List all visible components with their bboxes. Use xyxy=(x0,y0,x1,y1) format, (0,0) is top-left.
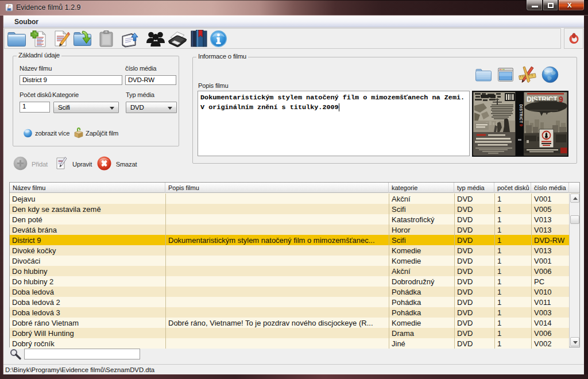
svg-text:DISTRICT: DISTRICT xyxy=(519,104,523,123)
svg-text:9: 9 xyxy=(519,124,523,126)
